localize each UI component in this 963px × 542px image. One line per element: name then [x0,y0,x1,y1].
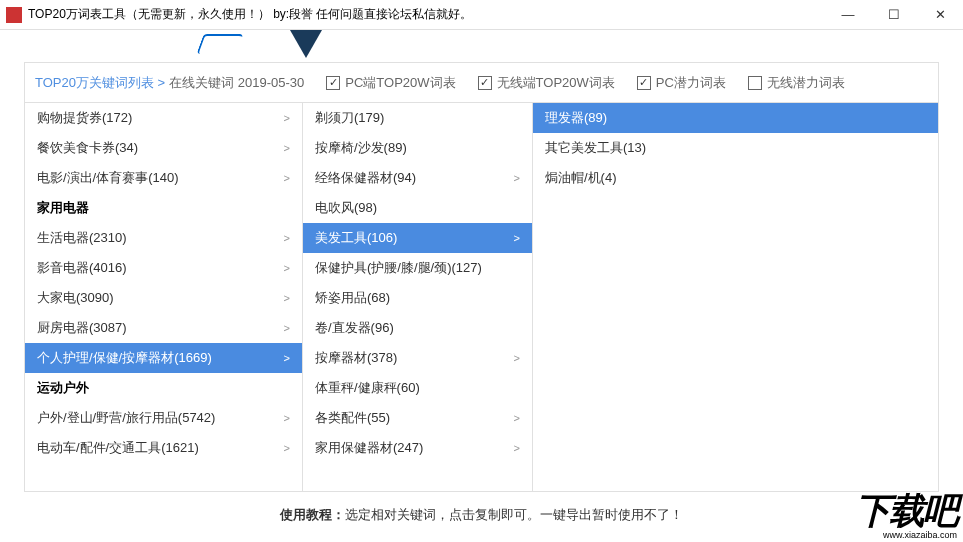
decor-shape [290,30,322,58]
filter-bar: TOP20万关键词列表 > 在线关键词 2019-05-30 ✓PC端TOP20… [25,63,938,103]
chevron-right-icon: > [284,232,290,244]
item-label: 美发工具(106) [315,229,397,247]
filter-checkbox[interactable]: 无线潜力词表 [748,74,845,92]
category-item[interactable]: 大家电(3090)> [25,283,302,313]
titlebar: TOP20万词表工具（无需更新，永久使用！） by:段誉 任何问题直接论坛私信就… [0,0,963,30]
item-label: 电影/演出/体育赛事(140) [37,169,179,187]
category-item[interactable]: 电吹风(98) [303,193,532,223]
category-item[interactable]: 电影/演出/体育赛事(140)> [25,163,302,193]
category-item[interactable]: 餐饮美食卡券(34)> [25,133,302,163]
chevron-right-icon: > [514,412,520,424]
chevron-right-icon: > [284,262,290,274]
chevron-right-icon: > [514,172,520,184]
item-label: 厨房电器(3087) [37,319,127,337]
category-item[interactable]: 购物提货券(172)> [25,103,302,133]
category-item[interactable]: 家用保健器材(247)> [303,433,532,463]
category-header: 家用电器 [25,193,302,223]
filter-checkbox[interactable]: ✓无线端TOP20W词表 [478,74,615,92]
chevron-right-icon: > [514,232,520,244]
category-column-3: 理发器(89)其它美发工具(13)焗油帽/机(4) [533,103,938,491]
item-label: 按摩椅/沙发(89) [315,139,407,157]
chevron-right-icon: > [514,352,520,364]
item-label: 家用保健器材(247) [315,439,423,457]
category-item[interactable]: 经络保健器材(94)> [303,163,532,193]
main-panel: TOP20万关键词列表 > 在线关键词 2019-05-30 ✓PC端TOP20… [24,62,939,492]
item-label: 户外/登山/野营/旅行用品(5742) [37,409,215,427]
chevron-right-icon: > [514,442,520,454]
category-column-2: 剃须刀(179)按摩椅/沙发(89)经络保健器材(94)>电吹风(98)美发工具… [303,103,533,491]
chevron-right-icon: > [284,142,290,154]
checkbox-icon [748,76,762,90]
item-label: 各类配件(55) [315,409,390,427]
category-item[interactable]: 其它美发工具(13) [533,133,938,163]
item-label: 其它美发工具(13) [545,139,646,157]
category-item[interactable]: 矫姿用品(68) [303,283,532,313]
footer-text: 使用教程：选定相对关键词，点击复制即可。一键导出暂时使用不了！ [0,506,963,524]
item-label: 矫姿用品(68) [315,289,390,307]
decor-shape [196,34,243,54]
category-item[interactable]: 剃须刀(179) [303,103,532,133]
category-item[interactable]: 焗油帽/机(4) [533,163,938,193]
watermark: 下载吧 www.xiazaiba.com [849,485,963,542]
item-label: 大家电(3090) [37,289,114,307]
chevron-right-icon: > [284,322,290,334]
category-header: 运动户外 [25,373,302,403]
category-item[interactable]: 保健护具(护腰/膝/腿/颈)(127) [303,253,532,283]
filter-checkbox[interactable]: ✓PC潜力词表 [637,74,726,92]
minimize-button[interactable]: — [825,0,871,30]
filter-checkbox[interactable]: ✓PC端TOP20W词表 [326,74,455,92]
item-label: 影音电器(4016) [37,259,127,277]
category-item[interactable]: 生活电器(2310)> [25,223,302,253]
filter-label: PC潜力词表 [656,74,726,92]
category-column-1: 购物提货券(172)>餐饮美食卡券(34)>电影/演出/体育赛事(140)>家用… [25,103,303,491]
category-item[interactable]: 按摩椅/沙发(89) [303,133,532,163]
category-item[interactable]: 户外/登山/野营/旅行用品(5742)> [25,403,302,433]
category-item[interactable]: 卷/直发器(96) [303,313,532,343]
item-label: 卷/直发器(96) [315,319,394,337]
category-item[interactable]: 按摩器材(378)> [303,343,532,373]
chevron-right-icon: > [284,172,290,184]
chevron-right-icon: > [284,112,290,124]
checkbox-icon: ✓ [637,76,651,90]
item-label: 按摩器材(378) [315,349,397,367]
breadcrumb-current: 在线关键词 2019-05-30 [169,74,304,92]
top-strip [0,30,963,62]
category-item[interactable]: 个人护理/保健/按摩器材(1669)> [25,343,302,373]
category-item[interactable]: 各类配件(55)> [303,403,532,433]
breadcrumb-root[interactable]: TOP20万关键词列表 > [35,74,165,92]
item-label: 运动户外 [37,379,89,397]
chevron-right-icon: > [284,412,290,424]
filter-label: 无线端TOP20W词表 [497,74,615,92]
category-item[interactable]: 影音电器(4016)> [25,253,302,283]
checkbox-icon: ✓ [326,76,340,90]
category-item[interactable]: 厨房电器(3087)> [25,313,302,343]
category-item[interactable]: 体重秤/健康秤(60) [303,373,532,403]
checkbox-icon: ✓ [478,76,492,90]
maximize-button[interactable]: ☐ [871,0,917,30]
app-icon [6,7,22,23]
filter-label: PC端TOP20W词表 [345,74,455,92]
item-label: 电动车/配件/交通工具(1621) [37,439,199,457]
item-label: 焗油帽/机(4) [545,169,617,187]
item-label: 购物提货券(172) [37,109,132,127]
item-label: 生活电器(2310) [37,229,127,247]
item-label: 保健护具(护腰/膝/腿/颈)(127) [315,259,482,277]
item-label: 餐饮美食卡券(34) [37,139,138,157]
chevron-right-icon: > [284,292,290,304]
category-item[interactable]: 理发器(89) [533,103,938,133]
category-item[interactable]: 电动车/配件/交通工具(1621)> [25,433,302,463]
category-item[interactable]: 美发工具(106)> [303,223,532,253]
item-label: 理发器(89) [545,109,607,127]
item-label: 家用电器 [37,199,89,217]
chevron-right-icon: > [284,442,290,454]
columns: 购物提货券(172)>餐饮美食卡券(34)>电影/演出/体育赛事(140)>家用… [25,103,938,491]
close-button[interactable]: ✕ [917,0,963,30]
chevron-right-icon: > [284,352,290,364]
item-label: 剃须刀(179) [315,109,384,127]
item-label: 电吹风(98) [315,199,377,217]
window-title: TOP20万词表工具（无需更新，永久使用！） by:段誉 任何问题直接论坛私信就… [28,6,825,23]
item-label: 体重秤/健康秤(60) [315,379,420,397]
item-label: 经络保健器材(94) [315,169,416,187]
item-label: 个人护理/保健/按摩器材(1669) [37,349,212,367]
filter-label: 无线潜力词表 [767,74,845,92]
